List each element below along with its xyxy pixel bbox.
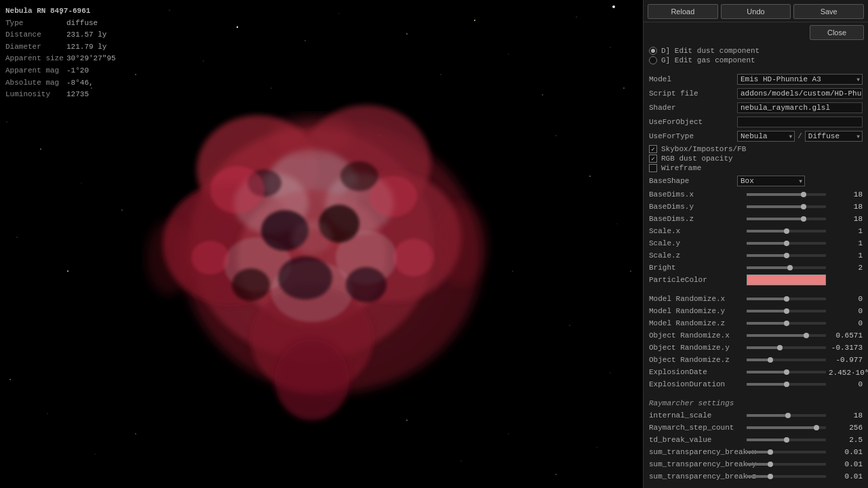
checkbox-skybox[interactable]: Skybox/Impostors/FB <box>649 145 863 153</box>
usefortype-row: UseForType Nebula / Diffuse <box>649 130 863 142</box>
slider-fill-14 <box>747 371 787 373</box>
slider-thumb-10[interactable] <box>784 321 789 326</box>
baseshape-dropdown-wrapper[interactable]: Box <box>737 176 805 186</box>
slider-track-102[interactable] <box>747 439 826 441</box>
slider-thumb-15[interactable] <box>784 382 789 387</box>
scriptfile-label: Script file <box>649 89 737 98</box>
slider-track-8[interactable] <box>747 298 826 300</box>
svg-point-41 <box>91 87 92 88</box>
slider-track-101[interactable] <box>747 426 826 429</box>
slider-track-0[interactable] <box>747 193 826 196</box>
slider-thumb-102[interactable] <box>784 437 789 443</box>
slider-track-104[interactable] <box>747 463 826 466</box>
slider-thumb-101[interactable] <box>814 425 819 430</box>
useforobject-label: UseForObject <box>649 118 737 126</box>
svg-point-21 <box>40 148 41 150</box>
radio-gas-circle[interactable] <box>649 56 657 64</box>
slider-thumb-100[interactable] <box>785 413 791 418</box>
radio-gas[interactable]: G] Edit gas component <box>649 56 863 64</box>
slider-thumb-9[interactable] <box>784 308 789 314</box>
slider-track-12[interactable] <box>747 346 826 349</box>
svg-point-2 <box>30 54 31 54</box>
slider-fill-101 <box>747 426 816 429</box>
slider-fill-3 <box>747 230 787 232</box>
svg-point-19 <box>623 87 625 89</box>
radio-dust[interactable]: D] Edit dust component <box>649 47 863 55</box>
slider-thumb-5[interactable] <box>784 253 789 258</box>
svg-point-15 <box>509 54 509 55</box>
slider-track-13[interactable] <box>747 359 826 361</box>
slider-track-9[interactable] <box>747 310 826 312</box>
slider-thumb-1[interactable] <box>801 204 806 209</box>
slider-thumb-4[interactable] <box>784 241 789 246</box>
svg-point-18 <box>610 47 611 48</box>
slider-track-5[interactable] <box>747 254 826 257</box>
slider-thumb-11[interactable] <box>804 333 809 338</box>
svg-point-7 <box>203 61 204 62</box>
slider-thumb-2[interactable] <box>801 216 806 222</box>
model-dropdown-wrapper[interactable]: Emis HD-Phunnie A3 <box>737 74 863 85</box>
slider-row-100: internal_scale 18 <box>649 410 863 421</box>
slider-track-11[interactable] <box>747 334 826 337</box>
slider-row-0: BaseDims.x 18 <box>649 189 863 200</box>
slider-val-11: 0.6571 <box>829 331 863 340</box>
slider-track-14[interactable] <box>747 371 826 373</box>
slider-track-2[interactable] <box>747 218 826 220</box>
svg-point-5 <box>135 74 136 75</box>
checkbox-rgb[interactable]: RGB dust opacity <box>649 155 863 163</box>
svg-point-43 <box>512 270 513 271</box>
svg-point-63 <box>232 268 270 301</box>
checkbox-wireframe-box[interactable] <box>649 164 657 172</box>
slider-thumb-8[interactable] <box>784 296 789 302</box>
slider-thumb-12[interactable] <box>777 345 783 350</box>
checkbox-rgb-box[interactable] <box>649 155 657 163</box>
useforobject-value[interactable] <box>737 117 863 127</box>
slider-track-100[interactable] <box>747 414 826 417</box>
slider-thumb-105[interactable] <box>768 474 773 479</box>
slider-thumb-103[interactable] <box>768 449 773 455</box>
svg-point-72 <box>271 115 353 156</box>
slider-thumb-0[interactable] <box>801 192 806 197</box>
usefortype-dropdown2[interactable]: Diffuse <box>805 131 863 142</box>
slider-thumb-13[interactable] <box>768 357 773 363</box>
slider-track-103[interactable] <box>747 451 826 453</box>
slider-thumb-3[interactable] <box>784 228 789 234</box>
baseshape-dropdown[interactable]: Box <box>737 176 805 186</box>
usefortype-dropdown1[interactable]: Nebula <box>737 131 795 142</box>
model-dropdown[interactable]: Emis HD-Phunnie A3 <box>737 74 863 85</box>
slider-thumb-14[interactable] <box>784 369 789 375</box>
top-buttons: Reload Undo Save <box>644 0 868 22</box>
usefortype-dropdown1-wrapper[interactable]: Nebula <box>737 131 795 142</box>
svg-point-16 <box>542 94 542 95</box>
reload-button[interactable]: Reload <box>648 4 718 19</box>
slider-track-105[interactable] <box>747 475 826 478</box>
close-button[interactable]: Close <box>810 25 864 40</box>
usefortype-dropdown2-wrapper[interactable]: Diffuse <box>805 131 863 142</box>
scriptfile-value[interactable]: addons/models/custom/HD-Phunnie-v9r2 <box>737 88 863 99</box>
slider-fill-2 <box>747 218 804 220</box>
slider-thumb-6[interactable] <box>787 265 793 270</box>
slider-track-4[interactable] <box>747 242 826 245</box>
slider-row-102: td_break_value 2.5 <box>649 434 863 445</box>
undo-button[interactable]: Undo <box>721 4 791 19</box>
slider-track-1[interactable] <box>747 205 826 208</box>
baseshape-row: BaseShape Box <box>649 175 863 187</box>
shader-row: Shader nebula_raymarch.glsl <box>649 102 863 114</box>
svg-point-3 <box>60 13 62 14</box>
slider-val-105: 0.01 <box>829 472 863 481</box>
useforobject-row: UseForObject <box>649 116 863 128</box>
slider-color-swatch-7[interactable] <box>747 274 826 285</box>
save-button[interactable]: Save <box>793 4 864 19</box>
slider-track-10[interactable] <box>747 322 826 325</box>
slider-val-100: 18 <box>829 411 863 420</box>
svg-point-30 <box>569 325 570 325</box>
slider-track-15[interactable] <box>747 383 826 386</box>
radio-dust-circle[interactable] <box>649 47 657 55</box>
slider-track-6[interactable] <box>747 266 826 269</box>
slider-thumb-104[interactable] <box>768 462 773 467</box>
checkbox-skybox-box[interactable] <box>649 145 657 153</box>
shader-value[interactable]: nebula_raymarch.glsl <box>737 102 863 113</box>
checkbox-wireframe[interactable]: Wireframe <box>649 164 863 172</box>
slider-track-3[interactable] <box>747 230 826 232</box>
usefortype-label: UseForType <box>649 132 737 140</box>
